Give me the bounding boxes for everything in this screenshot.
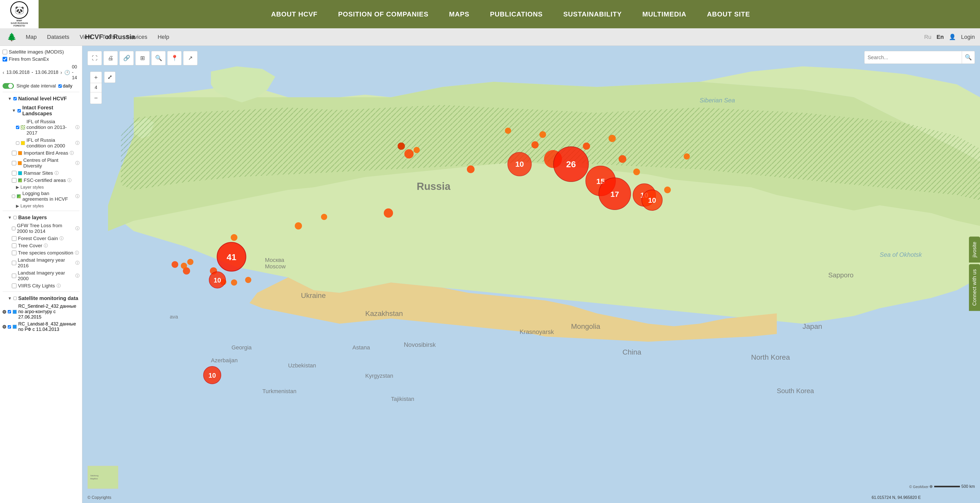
nav-publications[interactable]: PUBLICATIONS bbox=[490, 8, 543, 21]
landsat-2016-checkbox[interactable] bbox=[12, 261, 16, 265]
landsat-2000-checkbox[interactable] bbox=[12, 274, 16, 278]
identify-button[interactable]: 🔍 bbox=[151, 51, 165, 65]
rc-sentinel-checkbox[interactable] bbox=[8, 310, 11, 314]
main-layout: Satellite images (MODIS) Fires from Scan… bbox=[0, 46, 980, 503]
satellite-monitoring-header[interactable]: ▼ Satellite monitoring data bbox=[3, 294, 80, 303]
nav-about-hcvf[interactable]: ABOUT HCVF bbox=[271, 8, 317, 21]
ramsar-info[interactable]: ⓘ bbox=[54, 170, 59, 176]
satellite-modis-checkbox[interactable] bbox=[3, 50, 7, 54]
intact-forest-checkbox[interactable] bbox=[18, 109, 21, 113]
national-hcvf-header[interactable]: ▼ National level HCVF bbox=[3, 94, 80, 103]
print-button[interactable]: 🖨 bbox=[103, 51, 118, 65]
grid-button[interactable]: ⊞ bbox=[135, 51, 150, 65]
tree-species-checkbox[interactable] bbox=[12, 251, 16, 255]
connect-with-us-tab[interactable]: Connect with us bbox=[969, 264, 980, 311]
satellite-monitoring-checkbox[interactable] bbox=[13, 297, 17, 300]
fsc-checkbox[interactable] bbox=[12, 178, 16, 183]
viirs-checkbox[interactable] bbox=[12, 283, 16, 288]
toolbar-menu-help[interactable]: Help bbox=[155, 32, 172, 42]
svg-point-52 bbox=[231, 234, 237, 241]
fit-map-button[interactable]: ⤢ bbox=[104, 72, 116, 83]
svg-text:Azerbaijan: Azerbaijan bbox=[211, 357, 238, 363]
plant-diversity-info[interactable]: ⓘ bbox=[75, 161, 80, 166]
pin-button[interactable]: 📍 bbox=[167, 51, 181, 65]
layer-styles-1-label[interactable]: Layer styles bbox=[21, 184, 44, 190]
forest-gain-info[interactable]: ⓘ bbox=[59, 236, 64, 241]
nav-position-companies[interactable]: POSITION OF COMPANIES bbox=[338, 8, 428, 21]
share-button[interactable]: ↗ bbox=[183, 51, 197, 65]
plant-diversity-label: Centres of Plant Diversity bbox=[24, 158, 74, 169]
connect-bar: jivosite Connect with us bbox=[969, 236, 980, 312]
zoom-in-button[interactable]: + bbox=[90, 72, 102, 83]
svg-text:Japan: Japan bbox=[802, 322, 822, 330]
copyright-text: © Copyrights bbox=[88, 495, 111, 500]
viirs-info[interactable]: ⓘ bbox=[57, 283, 61, 289]
ifl-2013-checkbox[interactable] bbox=[16, 125, 19, 130]
zoom-controls: + 4 − bbox=[90, 72, 102, 104]
bird-areas-info[interactable]: ⓘ bbox=[70, 151, 74, 156]
layer-styles-1-toggle[interactable]: ▶ bbox=[16, 185, 19, 189]
svg-text:China: China bbox=[622, 348, 641, 356]
nav-about-site[interactable]: ABOUT SITE bbox=[707, 8, 750, 21]
svg-point-28 bbox=[467, 166, 474, 173]
time-range: 00 - 14 bbox=[72, 64, 80, 81]
base-layers-checkbox[interactable] bbox=[13, 216, 17, 219]
national-hcvf-checkbox[interactable] bbox=[13, 97, 17, 100]
single-date-toggle[interactable] bbox=[3, 83, 14, 89]
jivosite-tab[interactable]: jivosite bbox=[969, 236, 980, 263]
fsc-info[interactable]: ⓘ bbox=[67, 178, 72, 183]
date-prev-button[interactable]: ‹ bbox=[3, 70, 4, 75]
minimap[interactable]: Salzburg MapBox bbox=[88, 466, 118, 489]
rc-landsat-checkbox[interactable] bbox=[8, 325, 11, 329]
login-button[interactable]: Login bbox=[961, 34, 975, 40]
layer-styles-2-toggle[interactable]: ▶ bbox=[16, 204, 19, 208]
bird-areas-row: Important Bird Areas ⓘ bbox=[3, 150, 80, 157]
tree-species-info[interactable]: ⓘ bbox=[75, 250, 79, 256]
forest-gain-checkbox[interactable] bbox=[12, 236, 16, 241]
svg-text:41: 41 bbox=[227, 252, 236, 262]
plant-diversity-checkbox[interactable] bbox=[12, 161, 16, 166]
lang-ru[interactable]: Ru bbox=[924, 34, 931, 40]
svg-text:Uzbekistan: Uzbekistan bbox=[288, 362, 316, 369]
toolbar-menu-map[interactable]: Map bbox=[23, 32, 39, 42]
intact-forest-toggle-icon: ▼ bbox=[12, 108, 16, 113]
gfw-row: GFW Tree Loss from 2000 to 2014 ⓘ bbox=[3, 222, 80, 235]
zoom-out-button[interactable]: − bbox=[90, 92, 102, 104]
logging-ban-info[interactable]: ⓘ bbox=[75, 194, 80, 199]
lang-en[interactable]: En bbox=[937, 34, 944, 40]
ifl-2000-info[interactable]: ⓘ bbox=[75, 140, 80, 146]
base-layers-header[interactable]: ▼ Base layers bbox=[3, 213, 80, 222]
bird-areas-checkbox[interactable] bbox=[12, 151, 16, 155]
daily-checkbox[interactable] bbox=[58, 84, 62, 88]
fires-scanex-checkbox[interactable] bbox=[3, 57, 7, 62]
toolbar-menu-datasets[interactable]: Datasets bbox=[45, 32, 72, 42]
rc-landsat-dot bbox=[3, 325, 6, 329]
link-button[interactable]: 🔗 bbox=[119, 51, 134, 65]
logging-ban-checkbox[interactable] bbox=[12, 194, 15, 199]
tree-cover-info[interactable]: ⓘ bbox=[44, 243, 48, 248]
nav-multimedia[interactable]: MULTIMEDIA bbox=[642, 8, 686, 21]
ramsar-checkbox[interactable] bbox=[12, 171, 16, 175]
ramsar-row: Ramsar Sites ⓘ bbox=[3, 170, 80, 177]
landsat-2000-info[interactable]: ⓘ bbox=[75, 273, 80, 279]
intact-forest-header[interactable]: ▼ Intact Forest Landscapes bbox=[3, 103, 80, 118]
user-icon: 👤 bbox=[949, 34, 956, 40]
zoom-level: 4 bbox=[90, 83, 102, 92]
svg-text:Sea of Okhotsk: Sea of Okhotsk bbox=[880, 251, 923, 258]
toolbar-logo[interactable]: 🌲 bbox=[5, 30, 18, 43]
ifl-2013-info[interactable]: ⓘ bbox=[75, 125, 80, 130]
wwf-logo[interactable]: 🐼 WWFSAVE RUSSIAN FORESTS! bbox=[0, 0, 38, 28]
nav-maps[interactable]: MAPS bbox=[449, 8, 469, 21]
fullscreen-map-button[interactable]: ⛶ bbox=[88, 51, 102, 65]
layer-styles-2-label[interactable]: Layer styles bbox=[21, 203, 44, 209]
date-next-button[interactable]: › bbox=[60, 70, 62, 75]
nav-sustainability[interactable]: SUSTAINABILITY bbox=[563, 8, 622, 21]
gfw-checkbox[interactable] bbox=[12, 226, 16, 231]
search-button[interactable]: 🔍 bbox=[962, 51, 975, 64]
map-area[interactable]: Russia Ukraine Kazakhstan Mongolia China… bbox=[82, 46, 980, 503]
ifl-2000-checkbox[interactable] bbox=[16, 141, 19, 145]
search-input[interactable] bbox=[864, 51, 962, 64]
landsat-2016-info[interactable]: ⓘ bbox=[75, 260, 80, 266]
tree-cover-checkbox[interactable] bbox=[12, 244, 16, 248]
gfw-info[interactable]: ⓘ bbox=[75, 226, 80, 231]
